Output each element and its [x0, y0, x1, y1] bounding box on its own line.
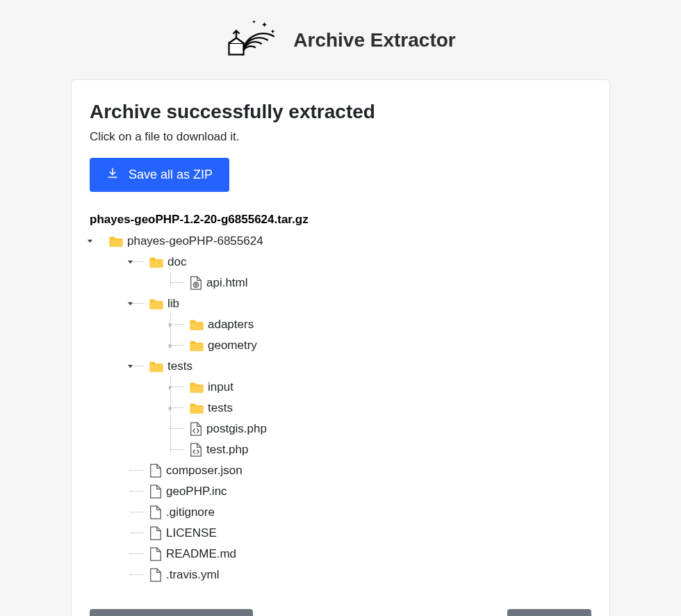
tree-label: doc — [167, 255, 186, 269]
tree-toggle[interactable] — [85, 236, 95, 246]
app-header: Archive Extractor — [0, 0, 681, 79]
tree-toggle[interactable] — [125, 362, 135, 371]
extract-another-button[interactable]: Extract another archive — [90, 609, 253, 616]
file-icon — [149, 464, 162, 478]
tree-toggle[interactable] — [165, 382, 175, 392]
tree-folder[interactable]: tests — [149, 356, 591, 377]
folder-icon — [190, 319, 204, 330]
tree-label: .travis.yml — [166, 568, 220, 582]
download-icon — [106, 167, 119, 183]
file-icon — [149, 505, 162, 519]
tree-file[interactable]: test.php — [190, 439, 591, 460]
tree-toggle[interactable] — [165, 341, 175, 350]
file-tree: phayes-geoPHP-6855624 doc — [90, 231, 591, 585]
file-icon — [149, 485, 162, 499]
tree-label: test.php — [206, 443, 249, 457]
tree-folder[interactable]: lib — [149, 293, 591, 314]
archive-filename: phayes-geoPHP-1.2-20-g6855624.tar.gz — [90, 213, 591, 227]
folder-icon — [109, 236, 123, 247]
tree-file[interactable]: README.md — [149, 544, 591, 565]
file-code-icon — [190, 422, 202, 436]
result-card: Archive successfully extracted Click on … — [71, 79, 610, 616]
tree-label: phayes-geoPHP-6855624 — [127, 234, 263, 248]
tree-file[interactable]: api.html — [190, 273, 591, 293]
tree-file[interactable]: .travis.yml — [149, 565, 591, 585]
folder-icon — [149, 298, 163, 309]
tree-folder[interactable]: doc — [149, 252, 591, 273]
tree-label: tests — [208, 401, 233, 415]
file-code-icon — [190, 443, 202, 457]
file-icon — [149, 547, 162, 561]
tree-folder[interactable]: adapters — [190, 314, 591, 335]
folder-icon — [190, 382, 204, 393]
tree-folder[interactable]: input — [190, 377, 591, 398]
svg-rect-1 — [229, 43, 244, 55]
rate-us-button[interactable]: Rate Us — [507, 609, 591, 616]
tree-file[interactable]: LICENSE — [149, 523, 591, 544]
folder-icon — [149, 361, 163, 372]
tree-toggle[interactable] — [125, 299, 135, 309]
folder-icon — [149, 257, 163, 268]
page-subtitle: Click on a file to download it. — [90, 130, 591, 144]
tree-label: .gitignore — [166, 505, 215, 519]
tree-label: geoPHP.inc — [166, 485, 227, 499]
save-all-zip-label: Save all as ZIP — [129, 168, 213, 182]
tree-file[interactable]: postgis.php — [190, 419, 591, 439]
tree-file[interactable]: composer.json — [149, 460, 591, 481]
file-icon — [149, 568, 162, 582]
folder-icon — [190, 403, 204, 414]
tree-folder[interactable]: geometry — [190, 335, 591, 356]
tree-label: postgis.php — [206, 422, 267, 436]
tree-label: adapters — [208, 318, 254, 332]
tree-toggle[interactable] — [165, 320, 175, 330]
tree-label: tests — [167, 359, 192, 373]
save-all-zip-button[interactable]: Save all as ZIP — [90, 158, 229, 192]
tree-label: api.html — [206, 276, 248, 290]
tree-label: README.md — [166, 547, 236, 561]
tree-label: input — [208, 380, 233, 394]
tree-toggle[interactable] — [165, 403, 175, 413]
tree-label: LICENSE — [166, 526, 217, 540]
tree-folder[interactable]: tests — [190, 398, 591, 419]
file-icon — [149, 526, 162, 540]
file-html-icon — [190, 276, 202, 290]
app-logo-icon — [225, 18, 281, 63]
folder-icon — [190, 340, 204, 351]
app-title: Archive Extractor — [293, 29, 455, 51]
tree-file[interactable]: geoPHP.inc — [149, 481, 591, 502]
tree-label: lib — [167, 297, 179, 311]
tree-label: composer.json — [166, 464, 243, 478]
tree-label: geometry — [208, 339, 257, 352]
page-title: Archive successfully extracted — [90, 101, 591, 123]
tree-folder[interactable]: phayes-geoPHP-6855624 — [109, 231, 591, 252]
tree-toggle[interactable] — [125, 257, 135, 267]
tree-file[interactable]: .gitignore — [149, 502, 591, 523]
